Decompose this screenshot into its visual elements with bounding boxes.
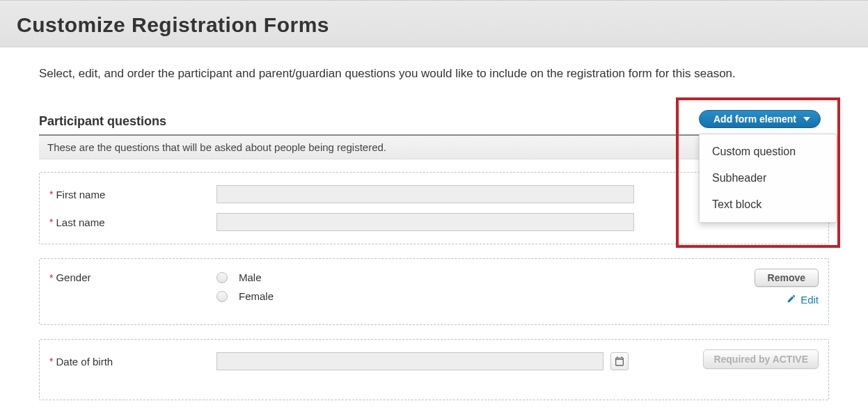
gender-male-option[interactable]: Male <box>216 271 274 283</box>
required-star-icon: * <box>49 272 53 283</box>
dob-input[interactable] <box>216 352 603 370</box>
section-title: Participant questions <box>39 114 166 129</box>
required-star-icon: * <box>49 216 53 228</box>
content-area: Select, edit, and order the participant … <box>0 47 868 400</box>
male-label-text: Male <box>239 271 262 283</box>
gender-block-actions: Remove Edit <box>755 269 819 306</box>
required-star-icon: * <box>49 189 53 200</box>
page-title: Customize Registration Forms <box>17 13 851 37</box>
question-block-dob: * Date of birth Required by ACTIVE <box>39 339 829 400</box>
page-header: Customize Registration Forms <box>0 0 868 47</box>
dropdown-item-text-block[interactable]: Text block <box>700 191 836 218</box>
female-label-text: Female <box>239 290 274 302</box>
radio-icon <box>216 291 228 302</box>
dob-block-actions: Required by ACTIVE <box>703 349 819 369</box>
last-name-label-text: Last name <box>56 216 104 228</box>
edit-link-text: Edit <box>800 294 819 306</box>
radio-icon <box>216 272 228 283</box>
calendar-icon <box>614 356 625 367</box>
add-element-dropdown: Custom question Subheader Text block <box>699 134 837 223</box>
add-button-label: Add form element <box>713 113 796 125</box>
chevron-down-icon <box>803 117 810 121</box>
remove-button[interactable]: Remove <box>755 269 819 287</box>
dob-label-text: Date of birth <box>56 356 113 368</box>
gender-label-text: Gender <box>56 271 90 283</box>
dob-label: * Date of birth <box>49 356 216 368</box>
edit-link[interactable]: Edit <box>787 294 819 306</box>
gender-radio-group: Male Female <box>216 271 274 302</box>
calendar-button[interactable] <box>610 352 629 370</box>
required-by-active-button: Required by ACTIVE <box>703 349 819 369</box>
gender-row: * Gender Male Female <box>49 271 819 302</box>
last-name-label: * Last name <box>49 216 216 228</box>
pencil-icon <box>787 294 796 306</box>
gender-female-option[interactable]: Female <box>216 290 274 302</box>
dropdown-item-subheader[interactable]: Subheader <box>700 165 836 191</box>
first-name-input[interactable] <box>216 185 634 203</box>
add-form-element-button[interactable]: Add form element <box>699 110 821 128</box>
first-name-label: * First name <box>49 189 216 200</box>
last-name-input[interactable] <box>216 213 634 231</box>
required-star-icon: * <box>49 356 53 367</box>
intro-text: Select, edit, and order the participant … <box>39 67 829 81</box>
question-block-gender: * Gender Male Female Remove Edit <box>39 258 829 325</box>
dropdown-item-custom-question[interactable]: Custom question <box>700 139 836 165</box>
gender-label: * Gender <box>49 271 216 283</box>
first-name-label-text: First name <box>56 189 105 200</box>
add-form-element-wrap: Add form element Custom question Subhead… <box>699 110 821 128</box>
